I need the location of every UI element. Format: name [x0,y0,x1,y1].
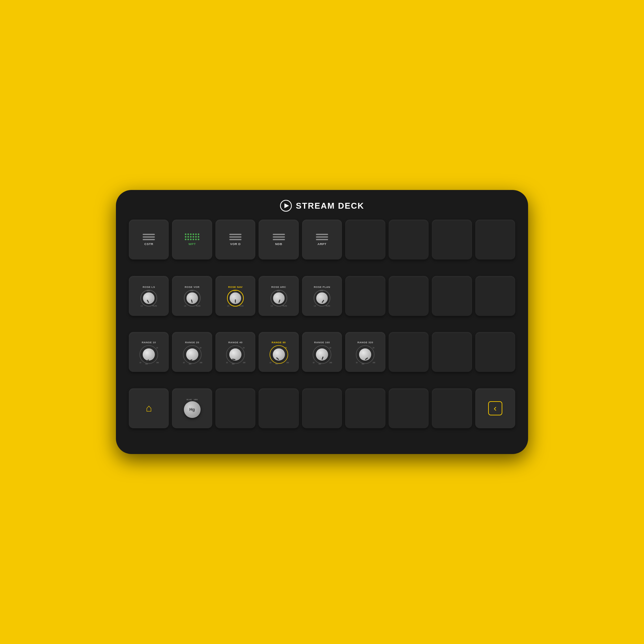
btn-back[interactable]: ‹ [475,388,515,428]
svg-text:320: 320 [275,363,278,365]
svg-text:10: 10 [313,362,315,364]
range160-label: RANGE 160 [314,341,330,344]
btn-empty-r4-3 [215,388,255,428]
hg-label: Hg [189,407,195,412]
svg-text:NAV: NAV [277,290,280,292]
btn-empty-r1-8 [432,220,472,260]
btn-rose-ls[interactable]: ROSE LS LS NAV PLAN [129,276,169,316]
btn-empty-r1-6 [345,220,385,260]
svg-text:160: 160 [329,362,332,364]
range160-knob-container: RANGE 160 10 20 160 320 [302,340,342,365]
svg-text:LS: LS [314,305,316,307]
knob-body [143,292,155,304]
btn-empty-r3-8 [432,332,472,372]
svg-text:320: 320 [189,363,192,365]
btn-wpt-label: WPT [188,242,196,246]
btn-home[interactable]: ⌂ [129,388,169,428]
btn-range320[interactable]: RANGE 320 10 20 160 320 [345,332,385,372]
svg-text:LS: LS [141,305,143,307]
rose-vor-knob: LS NAV PLAN [183,289,201,307]
range10-label: RANGE 10 [142,341,156,344]
btn-range80[interactable]: RANGE 80 10 80 160 320 [259,332,298,372]
range80-knob: 10 80 160 320 [269,345,289,365]
btn-rose-vor[interactable]: ROSE VOR LS NAV PLAN [172,276,212,316]
btn-range20[interactable]: RANGE 20 10 20 160 320 [172,332,212,372]
rose-nav-label: ROSE NAV [228,286,243,289]
knob-body [273,292,285,304]
knob-body [230,292,241,304]
rose-arc-knob-container: ROSE ARC LS NAV PLAN [259,284,298,307]
btn-ndb-label: NDB [275,242,282,246]
btn-rose-arc[interactable]: ROSE ARC LS NAV PLAN [259,276,298,316]
svg-text:160: 160 [156,362,159,364]
rose-plan-knob-container: ROSE PLAN LS NAV PLAN [302,284,342,307]
svg-text:10: 10 [356,362,358,364]
btn-range40[interactable]: RANGE 40 10 20 160 320 [215,332,255,372]
btn-empty-r2-8 [432,276,472,316]
home-icon: ⌂ [146,402,152,414]
btn-hg[interactable]: IN HGHPA Hg [172,388,212,428]
btn-empty-r4-7 [389,388,429,428]
rose-plan-label: ROSE PLAN [314,286,330,289]
svg-text:LS: LS [184,305,186,307]
svg-text:80: 80 [285,347,287,349]
svg-text:320: 320 [318,363,321,365]
btn-wpt[interactable]: WPT [172,220,212,260]
hg-top-labels: IN HGHPA [186,399,198,401]
btn-empty-r1-7 [389,220,429,260]
lines-icon-ndb [273,234,285,240]
svg-text:NAV: NAV [190,290,194,292]
svg-text:10: 10 [139,362,141,364]
range320-label: RANGE 320 [357,341,373,344]
svg-text:PLAN: PLAN [283,305,287,307]
btn-vord[interactable]: VOR D [215,220,255,260]
svg-text:160: 160 [200,362,202,364]
btn-rose-plan[interactable]: ROSE PLAN LS NAV PLAN [302,276,342,316]
btn-empty-r2-7 [389,276,429,316]
svg-text:PLAN: PLAN [239,305,243,307]
svg-text:10: 10 [183,362,185,364]
btn-cstr-label: CSTR [144,242,153,246]
svg-text:NAV: NAV [147,290,150,292]
svg-text:20: 20 [243,347,245,349]
stream-deck-device: STREAM DECK CSTR WPT VOR D [116,190,528,454]
btn-empty-r2-9 [475,276,515,316]
btn-empty-r4-4 [259,388,298,428]
btn-empty-r4-8 [432,388,472,428]
btn-range160[interactable]: RANGE 160 10 20 160 320 [302,332,342,372]
btn-cstr[interactable]: CSTR [129,220,169,260]
range10-knob: 10 20 160 320 [139,345,159,365]
range20-label: RANGE 20 [185,341,199,344]
range320-knob-container: RANGE 320 10 20 160 320 [345,340,385,365]
svg-text:10: 10 [270,362,271,364]
btn-range10[interactable]: RANGE 10 10 20 160 320 [129,332,169,372]
rose-ls-knob-container: ROSE LS LS NAV PLAN [129,284,169,307]
svg-text:PLAN: PLAN [196,305,200,307]
btn-empty-r2-6 [345,276,385,316]
svg-text:160: 160 [373,362,375,364]
svg-text:20: 20 [329,347,331,349]
svg-text:10: 10 [226,362,228,364]
btn-empty-r4-5 [302,388,342,428]
lines-icon-arpt [316,234,328,240]
green-dots-icon [185,233,199,240]
btn-rose-nav[interactable]: ROSE NAV LS NAV PLAN [215,276,255,316]
svg-text:20: 20 [373,347,374,349]
btn-ndb[interactable]: NDB [259,220,298,260]
range80-label: RANGE 80 [272,341,286,344]
range160-knob: 10 20 160 320 [312,345,332,365]
knob-body [316,292,328,304]
btn-arpt[interactable]: ARPT [302,220,342,260]
button-grid: CSTR WPT VOR D NDB [129,220,515,441]
range20-knob-container: RANGE 20 10 20 160 320 [172,340,212,365]
svg-text:LS: LS [227,305,230,307]
svg-text:320: 320 [362,363,365,365]
rose-plan-knob: LS NAV PLAN [313,289,331,307]
svg-text:NAV: NAV [233,290,237,292]
svg-text:NAV: NAV [320,290,324,292]
btn-empty-r3-9 [475,332,515,372]
btn-empty-r4-6 [345,388,385,428]
rose-vor-knob-container: ROSE VOR LS NAV PLAN [172,284,212,307]
lines-icon-vord [229,234,241,240]
range320-knob: 10 20 160 320 [355,345,375,365]
